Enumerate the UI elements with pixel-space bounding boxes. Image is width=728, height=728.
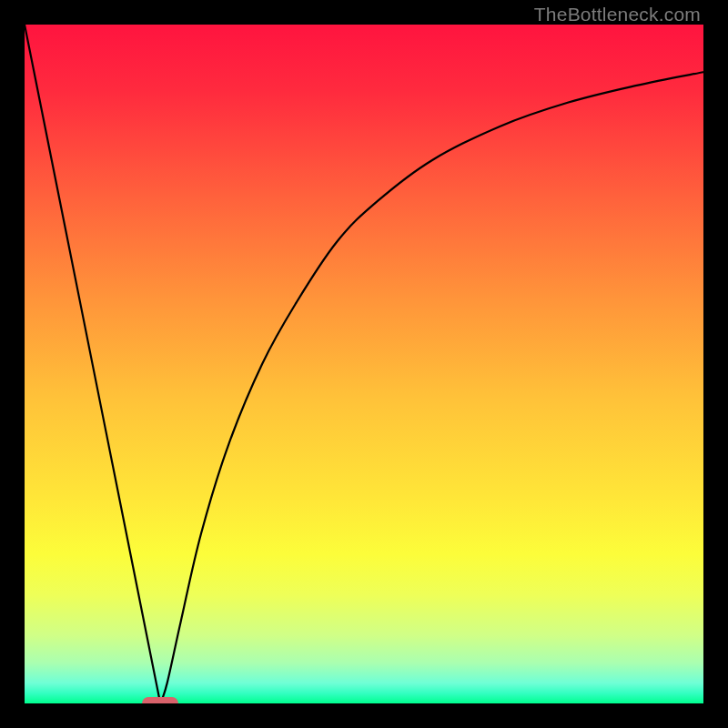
chart-container: TheBottleneck.com — [0, 0, 728, 728]
watermark-text: TheBottleneck.com — [534, 4, 701, 25]
gradient-background — [25, 25, 703, 703]
optimal-marker — [142, 697, 178, 703]
svg-rect-0 — [25, 25, 703, 703]
plot-area — [25, 25, 703, 703]
